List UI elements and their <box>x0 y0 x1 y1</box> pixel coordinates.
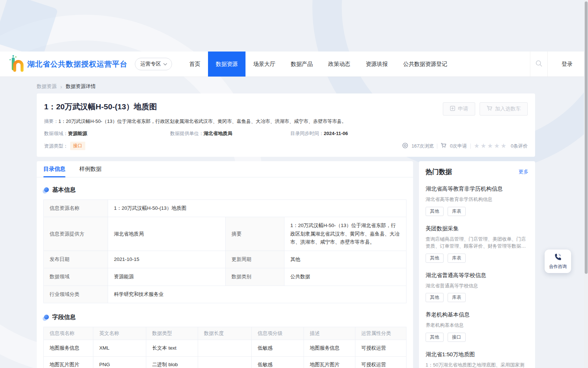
meta-sync-time: 目录同步时间：2024-11-06 <box>290 130 348 137</box>
detail-tabs: 目录信息 样例数据 <box>37 161 413 177</box>
cart-icon <box>487 106 492 112</box>
hot-item-title[interactable]: 湖北省高等教育非学历机构信息 <box>426 185 528 192</box>
hot-item-title[interactable]: 湖北省1:50万地质图 <box>426 351 528 358</box>
cell: 地图服务信息 <box>304 340 355 356</box>
table-row: 行业领域分类 科学研究和技术服务业 <box>44 286 406 303</box>
cell: 长文本 text <box>146 340 198 356</box>
tag-badge: 其他 <box>426 293 444 302</box>
column-header: 数据类型 <box>146 327 198 340</box>
meta-row: 数据领域：资源能源 数据提供单位：湖北省地质局 目录同步时间：2024-11-0… <box>44 130 528 137</box>
meta-data-domain: 数据领域：资源能源 <box>44 130 170 137</box>
reviews-count: 0条评价 <box>511 143 528 149</box>
cell: 二进制 blob <box>146 356 198 368</box>
summary-text: 1：20万武汉幅H-50-（13）位于湖北省东部，行政区划隶属湖北省武汉市、黄冈… <box>58 118 347 124</box>
login-button[interactable]: 登录 <box>548 52 588 77</box>
hot-item-tags: 其他 库表 <box>426 207 528 216</box>
breadcrumb-current: 数据资源详情 <box>66 83 96 90</box>
breadcrumb-parent[interactable]: 数据资源 <box>37 83 57 90</box>
detail-actions: 申请 加入选数车 <box>443 102 528 116</box>
hot-data-title: 热门数据 <box>426 167 452 176</box>
cell: 低敏感 <box>252 340 304 356</box>
cell-label: 摘要 <box>226 217 284 251</box>
platform-logo[interactable]: 湖北省公共数据授权运营平台 <box>7 55 128 73</box>
consult-float-button[interactable]: 合作咨询 <box>545 250 571 273</box>
cell <box>198 356 252 368</box>
add-to-cart-label: 加入选数车 <box>495 106 521 112</box>
tag-badge: 库表 <box>448 207 466 216</box>
tag-badge: 库表 <box>448 254 466 263</box>
cell <box>198 340 252 356</box>
add-to-cart-button[interactable]: 加入选数车 <box>480 102 528 116</box>
column-header: 英文名称 <box>93 327 146 340</box>
field-info-table: 信息项名称 英文名称 数据类型 数据长度 信息项分级 描述 运营属性分类 地图服… <box>43 327 406 368</box>
main-nav: 首页 数据资源 场景大厅 数据产品 政策动态 资源填报 公共数据资源登记 <box>182 52 455 77</box>
nav-item-scene-hall[interactable]: 场景大厅 <box>245 52 283 77</box>
tab-sample-data[interactable]: 样例数据 <box>79 161 101 177</box>
table-row: 地图服务信息 XML 长文本 text 低敏感 地图服务信息 可授权运营 <box>44 340 406 356</box>
hot-item-desc: 养老机构基本信息 <box>426 322 528 329</box>
breadcrumb-separator-icon: › <box>60 84 62 90</box>
basic-info-table: 信息资源名称 1：20万武汉幅H-50-(13）地质图 信息资源提供方 湖北省地… <box>43 199 406 303</box>
nav-item-policy-news[interactable]: 政策动态 <box>320 52 358 77</box>
summary-line: 摘要：1：20万武汉幅H-50-（13）位于湖北省东部，行政区划隶属湖北省武汉市… <box>44 118 528 125</box>
tag-badge: 库表 <box>448 293 466 302</box>
field-info-section-header: 字段信息 <box>43 314 406 321</box>
cell-value: 2021-10-15 <box>108 251 226 268</box>
tab-catalog-info[interactable]: 目录信息 <box>43 161 65 177</box>
cell: 地图服务信息 <box>44 340 93 356</box>
zone-selector-dropdown[interactable]: 运营专区 <box>135 58 172 70</box>
column-header: 运营属性分类 <box>355 327 406 340</box>
applications-count: 0次申请 <box>450 143 467 149</box>
divider <box>437 144 437 149</box>
cell-value: 科学研究和技术服务业 <box>108 286 406 303</box>
scrollbar-thumb[interactable] <box>585 1 588 274</box>
cell-value: 1：20万武汉幅H-50-(13）地质图 <box>108 200 406 217</box>
cell: 地图瓦片图片 <box>44 356 93 368</box>
consult-label: 合作咨询 <box>549 263 567 270</box>
platform-name: 湖北省公共数据授权运营平台 <box>27 59 128 69</box>
divider <box>470 144 471 149</box>
table-row: 信息资源提供方 湖北省地质局 摘要 1：20万武汉幅H-50-（13）位于湖北省… <box>44 217 406 251</box>
apply-button-label: 申请 <box>458 106 468 112</box>
hot-item-title[interactable]: 美团数据采集 <box>426 225 528 232</box>
meta-value: 湖北省地质局 <box>204 131 232 136</box>
apply-button[interactable]: 申请 <box>443 102 475 116</box>
cell-label: 发布日期 <box>44 251 108 268</box>
hot-item-title[interactable]: 湖北省普通高等学校信息 <box>426 272 528 279</box>
cell: 可授权运营 <box>355 340 406 356</box>
cell-label: 行业领域分类 <box>44 286 108 303</box>
hot-item-title[interactable]: 养老机构基本信息 <box>426 311 528 318</box>
meta-label: 数据提供单位： <box>170 131 204 136</box>
hot-item-desc: 湖北省高等教育非学历机构信息 <box>426 196 528 203</box>
cell-label: 信息资源名称 <box>44 200 108 217</box>
apply-form-icon <box>450 106 455 112</box>
stats-bar: 167次浏览 0次申请 ★★★★★ 0条评价 <box>402 142 528 150</box>
breadcrumb: 数据资源 › 数据资源详情 <box>37 83 588 90</box>
logo-mark-icon <box>7 55 24 73</box>
more-link[interactable]: 更多 <box>519 169 528 175</box>
meta-label: 数据领域： <box>44 131 68 136</box>
resource-type-label: 资源类型： <box>44 143 68 149</box>
cell: PNG <box>93 356 146 368</box>
nav-item-public-data-registration[interactable]: 公共数据资源登记 <box>395 52 455 77</box>
hot-item-desc: 1：50万湖北省地质图之地理底图、采用国家测绘局基础地理信息中心1997年为编制… <box>426 361 528 368</box>
views-count: 167次浏览 <box>412 143 434 149</box>
main-content: 目录信息 样例数据 基本信息 信息资源名称 1：20万武汉幅H-50-(13）地… <box>37 161 535 368</box>
nav-item-home[interactable]: 首页 <box>182 52 208 77</box>
basic-info-section-header: 基本信息 <box>43 186 406 194</box>
list-item: 湖北省1:50万地质图 1：50万湖北省地质图之地理底图、采用国家测绘局基础地理… <box>426 351 528 368</box>
nav-item-data-resources[interactable]: 数据资源 <box>208 52 245 77</box>
hot-item-desc: 查询店铺商品管理、门店管理、美团收单、门店资质、订单管理、顾客评价、财务管理等数… <box>426 236 528 250</box>
scrollbar-track[interactable] <box>584 0 588 368</box>
cell-value: 湖北省地质局 <box>108 217 226 251</box>
column-header: 信息项分级 <box>252 327 304 340</box>
nav-item-data-products[interactable]: 数据产品 <box>283 52 320 77</box>
resource-detail-card: 1：20万武汉幅H-50-(13）地质图 申请 <box>37 93 535 157</box>
nav-item-resource-report[interactable]: 资源填报 <box>358 52 395 77</box>
search-icon <box>535 60 542 68</box>
hot-data-header: 热门数据 更多 <box>426 167 528 176</box>
search-button[interactable] <box>530 52 548 77</box>
hot-item-tags: 其他 接口 <box>426 333 528 342</box>
section-bullet-icon <box>43 315 49 320</box>
tag-badge: 其他 <box>426 254 444 263</box>
